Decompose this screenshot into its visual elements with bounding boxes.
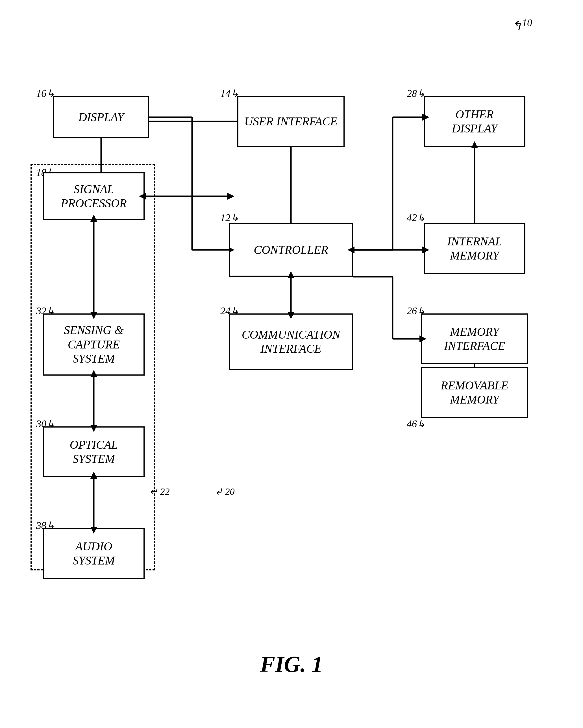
ref-46-label: 46↳ [407, 418, 425, 430]
other-display-block: OTHERDISPLAY [424, 96, 525, 147]
internal-memory-block: INTERNALMEMORY [424, 223, 525, 274]
optical-system-label: OPTICALSYSTEM [70, 438, 118, 466]
svg-marker-8 [227, 193, 234, 200]
diagram: ↰10 16↳ DISPLAY 14↳ USER INTERFACE 28↳ O… [0, 0, 583, 728]
memory-interface-block: MEMORYINTERFACE [421, 313, 528, 364]
controller-block: CONTROLLER [229, 223, 353, 277]
sensing-capture-label: SENSING &CAPTURESYSTEM [64, 323, 123, 366]
other-display-label: OTHERDISPLAY [452, 107, 497, 136]
ref-12-label: 12↳ [220, 212, 239, 224]
audio-system-label: AUDIOSYSTEM [73, 539, 115, 568]
sensing-capture-block: SENSING &CAPTURESYSTEM [43, 313, 145, 375]
removable-memory-label: REMOVABLEMEMORY [441, 379, 508, 407]
optical-system-block: OPTICALSYSTEM [43, 426, 145, 477]
fig-label: FIG. 1 [260, 651, 323, 677]
display-label: DISPLAY [78, 110, 124, 124]
communication-interface-block: COMMUNICATIONINTERFACE [229, 313, 353, 370]
signal-processor-block: SIGNALPROCESSOR [43, 172, 145, 220]
display-block: DISPLAY [53, 96, 149, 138]
ref-10: ↰10 [511, 17, 532, 33]
ref-28-label: 28↳ [407, 87, 425, 99]
audio-system-block: AUDIOSYSTEM [43, 528, 145, 579]
user-interface-label: USER INTERFACE [244, 114, 337, 129]
ref-16-label: 16↳ [36, 87, 55, 99]
ref-14-label: 14↳ [220, 87, 239, 99]
removable-memory-block: REMOVABLEMEMORY [421, 367, 528, 418]
controller-label: CONTROLLER [254, 243, 328, 257]
communication-interface-label: COMMUNICATIONINTERFACE [242, 328, 340, 356]
memory-interface-label: MEMORYINTERFACE [444, 325, 505, 353]
ref-22-label: ↵ 22 [150, 486, 170, 497]
ref-20-label: ↲ 20 [215, 486, 235, 497]
ref-42-label: 42↳ [407, 212, 425, 224]
internal-memory-label: INTERNALMEMORY [447, 234, 502, 263]
user-interface-block: USER INTERFACE [237, 96, 345, 147]
signal-processor-label: SIGNALPROCESSOR [61, 182, 127, 211]
